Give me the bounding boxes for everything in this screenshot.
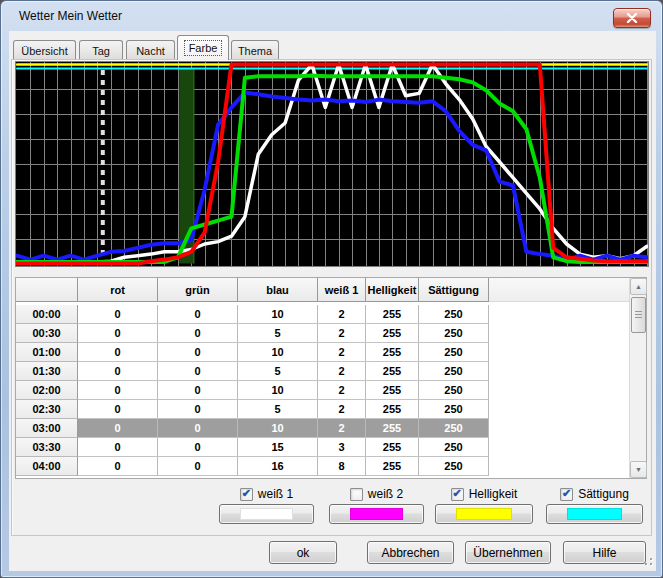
cell-weiß-1[interactable]: 2 (318, 343, 366, 362)
table-scrollbar[interactable]: ▲ ▼ (629, 278, 646, 478)
übernehmen-button[interactable]: Übernehmen (465, 541, 551, 564)
cell-weiß-1[interactable]: 8 (318, 457, 366, 476)
cell-rot[interactable]: 0 (78, 381, 158, 400)
toggle-label: weiß 2 (368, 487, 403, 501)
cell-rot[interactable]: 0 (78, 438, 158, 457)
toggle-label: weiß 1 (258, 487, 293, 501)
cell-grün[interactable]: 0 (158, 438, 238, 457)
cell-grün[interactable]: 0 (158, 362, 238, 381)
cell-rot[interactable]: 0 (78, 419, 158, 438)
tab-farbe[interactable]: Farbe (177, 35, 229, 60)
cell-blau[interactable]: 10 (238, 381, 318, 400)
checkbox-sättigung[interactable]: ✔ (560, 488, 573, 501)
cell-blau[interactable]: 15 (238, 438, 318, 457)
cell-weiß-1[interactable]: 2 (318, 381, 366, 400)
scroll-down-button[interactable]: ▼ (630, 461, 647, 478)
table-row-03-30[interactable]: 03:3000153255250 (16, 438, 646, 457)
tab-übersicht[interactable]: Übersicht (13, 40, 76, 60)
cell-helligkeit[interactable]: 255 (366, 457, 419, 476)
cell-grün[interactable]: 0 (158, 343, 238, 362)
cell-weiß-1[interactable]: 3 (318, 438, 366, 457)
close-button[interactable] (613, 8, 651, 28)
scroll-up-button[interactable]: ▲ (630, 278, 647, 295)
cell-grün[interactable]: 0 (158, 419, 238, 438)
cell-sättigung[interactable]: 250 (419, 305, 489, 324)
cell-helligkeit[interactable]: 255 (366, 400, 419, 419)
cell-weiß-1[interactable]: 2 (318, 400, 366, 419)
cell-rot[interactable]: 0 (78, 400, 158, 419)
cell-rot[interactable]: 0 (78, 343, 158, 362)
column-header-helligkeit: Helligkeit (366, 278, 419, 302)
cell-rot[interactable]: 0 (78, 305, 158, 324)
cell-helligkeit[interactable]: 255 (366, 305, 419, 324)
column-header-grün: grün (158, 278, 238, 302)
table-row-01-30[interactable]: 01:300052255250 (16, 362, 646, 381)
tab-label: Tag (92, 45, 110, 57)
cell-helligkeit[interactable]: 255 (366, 381, 419, 400)
cell-rot[interactable]: 0 (78, 457, 158, 476)
toggle-label: Helligkeit (469, 487, 518, 501)
cell-sättigung[interactable]: 250 (419, 457, 489, 476)
color-picker-weiß-1[interactable] (219, 504, 314, 524)
ok-button[interactable]: ok (269, 541, 337, 564)
tab-thema[interactable]: Thema (231, 40, 279, 60)
table-row-03-00[interactable]: 03:0000102255250 (16, 419, 646, 438)
color-swatch (240, 508, 294, 520)
abbrechen-button[interactable]: Abbrechen (367, 541, 454, 564)
tab-bar: ÜbersichtTagNachtFarbeThema (9, 31, 656, 59)
cell-blau[interactable]: 16 (238, 457, 318, 476)
cell-helligkeit[interactable]: 255 (366, 324, 419, 343)
cell-grün[interactable]: 0 (158, 400, 238, 419)
cell-blau[interactable]: 10 (238, 305, 318, 324)
cell-helligkeit[interactable]: 255 (366, 419, 419, 438)
cell-rot[interactable]: 0 (78, 362, 158, 381)
tab-tag[interactable]: Tag (79, 40, 123, 60)
cell-helligkeit[interactable]: 255 (366, 438, 419, 457)
cell-weiß-1[interactable]: 2 (318, 362, 366, 381)
cell-helligkeit[interactable]: 255 (366, 362, 419, 381)
color-curve-chart[interactable] (15, 61, 649, 267)
cell-blau[interactable]: 5 (238, 400, 318, 419)
column-header-time (16, 278, 78, 302)
checkbox-weiß-1[interactable]: ✔ (240, 488, 253, 501)
cell-helligkeit[interactable]: 255 (366, 343, 419, 362)
cell-weiß-1[interactable]: 2 (318, 324, 366, 343)
table-row-02-00[interactable]: 02:0000102255250 (16, 381, 646, 400)
cell-blau[interactable]: 10 (238, 419, 318, 438)
cell-sättigung[interactable]: 250 (419, 362, 489, 381)
cell-grün[interactable]: 0 (158, 381, 238, 400)
column-header-sättigung: Sättigung (419, 278, 489, 302)
table-row-01-00[interactable]: 01:0000102255250 (16, 343, 646, 362)
cell-blau[interactable]: 5 (238, 324, 318, 343)
cell-sättigung[interactable]: 250 (419, 438, 489, 457)
checkbox-helligkeit[interactable]: ✔ (451, 488, 464, 501)
resize-grip-icon[interactable] (642, 555, 654, 567)
checkbox-weiß-2[interactable] (350, 488, 363, 501)
table-row-04-00[interactable]: 04:0000168255250 (16, 457, 646, 476)
toggle-label: Sättigung (578, 487, 629, 501)
cell-blau[interactable]: 5 (238, 362, 318, 381)
row-time-label: 00:30 (16, 324, 78, 343)
scroll-thumb[interactable] (631, 297, 646, 333)
cell-sättigung[interactable]: 250 (419, 419, 489, 438)
cell-sättigung[interactable]: 250 (419, 343, 489, 362)
table-row-00-30[interactable]: 00:300052255250 (16, 324, 646, 343)
cell-grün[interactable]: 0 (158, 324, 238, 343)
color-picker-sättigung[interactable] (546, 504, 643, 524)
table-row-02-30[interactable]: 02:300052255250 (16, 400, 646, 419)
hilfe-button[interactable]: Hilfe (563, 541, 646, 564)
tab-nacht[interactable]: Nacht (126, 40, 175, 60)
cell-rot[interactable]: 0 (78, 324, 158, 343)
cell-weiß-1[interactable]: 2 (318, 305, 366, 324)
cell-weiß-1[interactable]: 2 (318, 419, 366, 438)
cell-blau[interactable]: 10 (238, 343, 318, 362)
cell-sättigung[interactable]: 250 (419, 381, 489, 400)
cell-grün[interactable]: 0 (158, 305, 238, 324)
cell-grün[interactable]: 0 (158, 457, 238, 476)
table-row-00-00[interactable]: 00:0000102255250 (16, 305, 646, 324)
cell-sättigung[interactable]: 250 (419, 324, 489, 343)
schedule-table: rotgrünblauweiß 1HelligkeitSättigung00:0… (15, 277, 647, 479)
color-picker-weiß-2[interactable] (329, 504, 424, 524)
cell-sättigung[interactable]: 250 (419, 400, 489, 419)
color-picker-helligkeit[interactable] (435, 504, 533, 524)
